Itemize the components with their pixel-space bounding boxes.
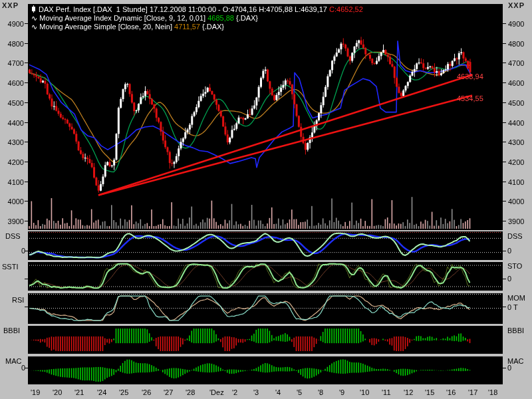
legend-ma-simple-row[interactable]: ∿ Moving Average Simple [Close, 20, Nein… [31,23,224,31]
ma-dynamic-suffix: {.DAX} [234,14,258,22]
window-corner-label-left: XXP [2,2,19,9]
legend-instrument-row[interactable]: DAX Perf. Index [.DAX 1 Stunde] 17.12.20… [31,5,363,13]
panel-label-0: 0 [507,247,511,255]
ma-simple-value: 4711,57 [174,23,200,31]
price-axis-label-left: 3900 [0,217,24,225]
price-axis-label-right: 4900 [508,20,524,28]
date-axis-label: '28 [186,388,195,396]
price-axis-label-left: 4000 [0,198,24,205]
price-axis-label-left: 4300 [0,138,24,146]
price-axis-label-right: 4200 [508,158,524,166]
panel-label-rsi: RSI [12,296,24,304]
panel-label-bbbi: BBBI [507,327,524,334]
date-axis-label: '11 [382,388,391,396]
price-axis-label-right: 4100 [508,178,524,186]
price-axis-label-right: 4600 [508,79,524,87]
price-axis-label-right: 4000 [508,198,524,205]
date-axis-label: '18 [488,388,497,396]
date-axis-label: '15 [425,388,434,396]
legend-ma-dynamic-row[interactable]: ∿ Moving Average Index Dynamic [Close, 9… [31,14,258,23]
date-axis-label: '24 [97,388,106,396]
price-axis-label-left: 4200 [0,158,24,166]
panel-label-dss: DSS [507,232,523,240]
date-axis-label: '5 [297,388,302,396]
price-axis-label-right: 4800 [508,40,524,48]
wave-icon: ∿ [31,23,37,31]
price-axis-label-right: 3900 [508,217,524,225]
price-axis-label-left: 4100 [0,178,24,186]
date-axis-label: '16 [446,388,456,396]
price-axis-label-left: 4500 [0,99,24,107]
ma-simple-suffix: {.DAX} [200,23,224,31]
panel-label-0: 0 [507,275,511,283]
date-axis-label: '9 [339,388,344,396]
panel-label-bbbi: BBBI [3,327,20,334]
date-axis-label: '2 [232,388,237,396]
date-axis-label: '17 [468,388,477,396]
price-axis-label-left: 4900 [0,20,24,28]
panel-label-ssti: SSTI [2,263,18,271]
date-axis-label: '26 [142,388,151,396]
ma-simple-text: Moving Average Simple [Close, 20, Nein] [39,23,174,31]
price-axis-label-right: 4500 [508,99,524,107]
date-axis-label: '20 [53,388,62,396]
chart-window: XXP XXP DAX Perf. Index [.DAX 1 Stunde] … [0,0,532,399]
date-axis-label: 'Dez [209,388,224,396]
date-axis-label: '19 [31,388,40,396]
chart-canvas[interactable] [0,0,532,399]
price-axis-label-right: 4400 [508,119,524,127]
date-axis-label: '25 [119,388,128,396]
price-axis-label-left: 4700 [0,59,24,67]
trendline-value-label: 4638,94 [457,72,483,80]
price-axis-label-left: 4600 [0,79,24,87]
date-axis-label: '8 [318,388,323,396]
panel-label-mom: MOM [507,294,525,302]
price-axis-label-left: 4800 [0,40,24,48]
ma-dynamic-value: 4685,88 [207,14,234,22]
date-axis-label: '3 [253,388,259,396]
date-axis-label: '21 [74,388,84,396]
price-axis-label-left: 4400 [0,119,24,127]
trendline-value-label: 4534,55 [457,94,483,102]
date-axis-label: '10 [360,388,369,396]
wave-icon: ∿ [31,14,37,23]
panel-label-0: 0 [507,364,511,372]
panel-label-dss: DSS [5,232,21,240]
instrument-info-text: DAX Perf. Index [.DAX 1 Stunde] 17.12.20… [39,5,329,13]
date-axis-label: '4 [275,388,281,396]
date-axis-label: '12 [404,388,413,396]
window-corner-label-right: XXP [508,2,525,9]
date-axis-label: '27 [164,388,173,396]
price-axis-label-right: 4700 [508,59,524,67]
panel-label-0: 0 [1,247,25,255]
close-value-text: C:4652,52 [329,5,363,13]
candle-icon [32,7,35,11]
price-axis-label-right: 4300 [508,138,524,146]
panel-label-0: 0 [1,364,25,372]
ma-dynamic-text: Moving Average Index Dynamic [Close, 9, … [39,14,207,22]
panel-label-0t: 0 T [507,303,518,311]
panel-label-sto: STO [507,262,522,270]
